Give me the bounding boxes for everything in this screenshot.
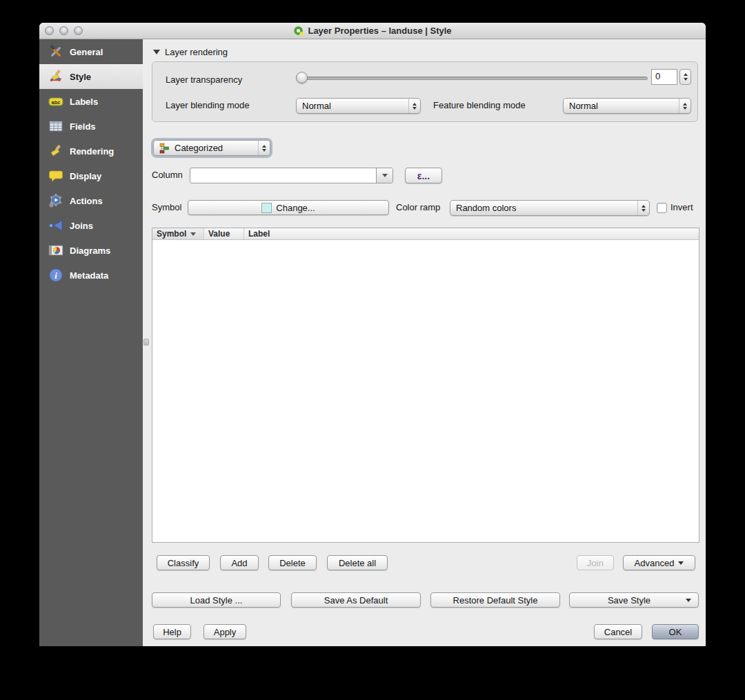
info-icon: i — [48, 267, 64, 283]
sidebar-item-label: Labels — [70, 97, 98, 107]
add-button[interactable]: Add — [220, 555, 259, 570]
column-header-symbol[interactable]: Symbol — [152, 228, 204, 239]
sidebar-item-label: Display — [70, 171, 101, 181]
color-ramp-value: Random colors — [456, 203, 516, 213]
sidebar-item-label: Diagrams — [70, 246, 110, 256]
expression-builder-button[interactable]: ε... — [405, 168, 442, 183]
speech-bubble-icon — [48, 168, 64, 184]
abc-badge-icon: abc — [48, 93, 64, 110]
save-style-button[interactable]: Save Style — [569, 592, 699, 608]
collapse-triangle-icon — [153, 50, 160, 54]
categories-table[interactable]: Symbol Value Label — [152, 228, 699, 543]
window-title: Layer Properties – landuse | Style — [308, 26, 451, 36]
load-style-button[interactable]: Load Style ... — [152, 592, 281, 608]
column-combobox[interactable] — [190, 168, 393, 183]
select-arrows-icon — [637, 201, 649, 215]
gear-action-icon — [48, 192, 64, 209]
sidebar-item-general[interactable]: General — [39, 39, 143, 64]
sidebar-item-rendering[interactable]: Rendering — [39, 139, 143, 163]
join-arrow-icon — [48, 217, 64, 234]
classify-button[interactable]: Classify — [157, 555, 210, 570]
close-window-button[interactable] — [45, 26, 54, 35]
renderer-type-select[interactable]: Categorized — [153, 140, 270, 156]
column-header-label[interactable]: Label — [244, 228, 699, 239]
layer-rendering-label: Layer rendering — [165, 47, 228, 57]
cancel-button[interactable]: Cancel — [594, 624, 642, 639]
svg-text:i: i — [54, 270, 57, 281]
minimize-window-button[interactable] — [59, 26, 68, 35]
ok-button[interactable]: OK — [652, 624, 699, 639]
traffic-lights — [45, 26, 83, 35]
transparency-value-field[interactable]: 0 — [651, 69, 677, 85]
color-ramp-select[interactable]: Random colors — [450, 200, 650, 216]
layer-properties-window: Layer Properties – landuse | Style Gener… — [39, 23, 706, 646]
tools-icon — [48, 43, 64, 60]
sidebar-item-actions[interactable]: Actions — [39, 188, 143, 213]
brush-icon — [48, 143, 64, 159]
qgis-app-icon — [293, 26, 304, 37]
apply-button[interactable]: Apply — [203, 624, 246, 639]
sidebar-item-style[interactable]: Style — [39, 64, 143, 89]
zoom-window-button[interactable] — [74, 26, 83, 35]
diagram-icon — [48, 242, 64, 259]
slider-thumb[interactable] — [296, 72, 308, 83]
layer-transparency-slider[interactable] — [296, 72, 648, 84]
sidebar-item-label: General — [70, 47, 103, 57]
restore-default-style-button[interactable]: Restore Default Style — [430, 592, 560, 608]
layer-blending-label: Layer blending mode — [166, 98, 249, 113]
sidebar-item-label: Metadata — [70, 270, 108, 281]
dropdown-triangle-icon — [678, 561, 684, 565]
layer-rendering-header[interactable]: Layer rendering — [153, 47, 228, 57]
splitter-handle[interactable] — [143, 339, 149, 346]
dropdown-triangle-icon — [686, 599, 691, 602]
column-label: Column — [152, 168, 183, 183]
symbol-label: Symbol — [152, 200, 181, 215]
transparency-stepper[interactable] — [679, 69, 691, 85]
select-arrows-icon — [679, 99, 691, 113]
renderer-type-value: Categorized — [175, 143, 223, 153]
layer-transparency-label: Layer transparency — [166, 72, 242, 88]
column-header-value[interactable]: Value — [204, 228, 244, 239]
change-button-label: Change... — [276, 203, 315, 213]
save-as-default-button[interactable]: Save As Default — [291, 592, 421, 608]
feature-blending-label: Feature blending mode — [433, 98, 526, 113]
invert-label: Invert — [670, 200, 693, 215]
symbol-change-button[interactable]: Change... — [188, 200, 389, 215]
sidebar-item-metadata[interactable]: i Metadata — [39, 263, 143, 288]
slider-track[interactable] — [296, 77, 648, 80]
properties-sidebar: General Style abc — [39, 39, 143, 646]
sort-descending-icon — [190, 232, 196, 236]
layer-blending-select[interactable]: Normal — [296, 98, 421, 114]
join-button[interactable]: Join — [577, 555, 614, 570]
layer-blending-value: Normal — [302, 101, 331, 111]
sidebar-item-joins[interactable]: Joins — [39, 213, 143, 238]
epsilon-icon: ε... — [417, 170, 430, 181]
stepper-down-icon[interactable] — [684, 78, 688, 81]
select-arrows-icon — [408, 99, 420, 113]
feature-blending-value: Normal — [569, 101, 598, 111]
column-value[interactable] — [190, 168, 376, 183]
help-button[interactable]: Help — [153, 624, 191, 639]
sidebar-item-label: Fields — [70, 121, 96, 132]
categorized-icon — [159, 143, 170, 154]
invert-checkbox[interactable] — [657, 203, 667, 213]
sidebar-item-label: Joins — [70, 221, 93, 231]
sidebar-item-display[interactable]: Display — [39, 163, 143, 188]
stepper-up-icon[interactable] — [684, 73, 688, 76]
sidebar-item-fields[interactable]: Fields — [39, 114, 143, 139]
dropdown-arrow-button[interactable] — [376, 168, 393, 183]
symbol-swatch — [261, 203, 272, 213]
delete-all-button[interactable]: Delete all — [327, 555, 388, 570]
svg-text:abc: abc — [52, 99, 61, 106]
sidebar-item-diagrams[interactable]: Diagrams — [39, 238, 143, 263]
feature-blending-select[interactable]: Normal — [563, 98, 691, 114]
sidebar-item-label: Rendering — [70, 146, 114, 157]
style-brush-icon — [48, 68, 64, 85]
sidebar-item-label: Style — [70, 72, 91, 82]
sidebar-item-label: Actions — [70, 196, 103, 206]
advanced-button[interactable]: Advanced — [623, 555, 695, 570]
sidebar-item-labels[interactable]: abc Labels — [39, 89, 143, 114]
delete-button[interactable]: Delete — [268, 555, 317, 570]
color-ramp-label: Color ramp — [396, 200, 440, 215]
style-panel: Layer rendering Layer transparency 0 Lay… — [143, 39, 706, 646]
